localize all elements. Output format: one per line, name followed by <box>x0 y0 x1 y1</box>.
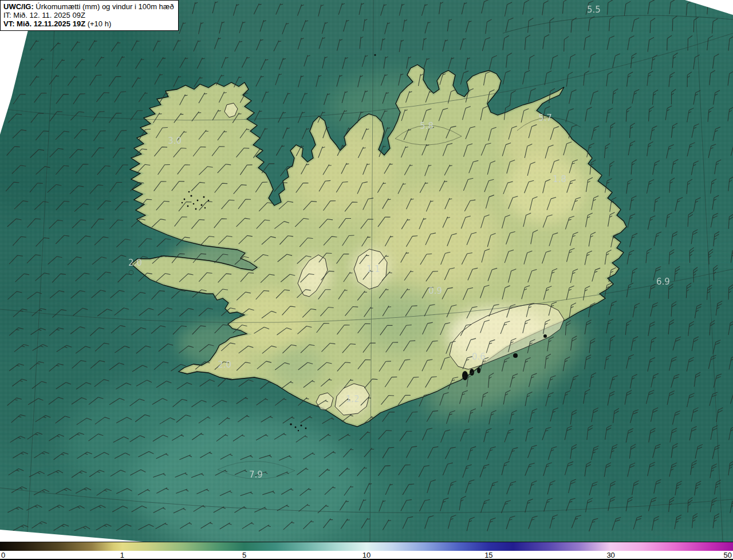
colorbar-tick: 50 <box>724 551 732 559</box>
init-time-line: IT: Mið. 12. 11. 2025 09Z <box>3 11 174 19</box>
colorbar-labels: 01510153050 <box>0 551 733 560</box>
product-code: UWC/IG: <box>3 2 34 11</box>
weather-map-page: 5.53.05.85.71.82.01.10.96.92.00.61.27.9 … <box>0 0 733 560</box>
pixel-texture-overlay <box>0 0 733 542</box>
colorbar-tick: 5 <box>242 551 246 559</box>
valid-time-line: VT: Mið. 12.11.2025 19Z (+10 h) <box>3 19 174 28</box>
colorbar-tick: 15 <box>484 551 492 559</box>
colorbar-tick: 10 <box>362 551 371 559</box>
colorbar-tick: 0 <box>1 551 5 559</box>
weather-map: 5.53.05.85.71.82.01.10.96.92.00.61.27.9 <box>0 0 733 542</box>
product-title-line: UWC/IG: Úrkomumætti (mm) og vindur i 100… <box>3 2 174 11</box>
title-box: UWC/IG: Úrkomumætti (mm) og vindur i 100… <box>0 0 179 31</box>
colorbar-tick: 1 <box>120 551 124 559</box>
colorbar <box>0 542 733 551</box>
colorbar-tick: 30 <box>606 551 614 559</box>
